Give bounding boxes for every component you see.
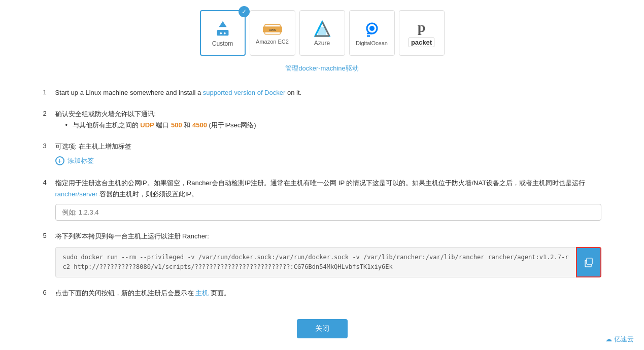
svg-text:AWS: AWS xyxy=(269,28,276,31)
step-1-text-prefix: Start up a Linux machine somewhere and i… xyxy=(55,89,203,96)
svg-marker-1 xyxy=(219,21,226,26)
step-1-content: Start up a Linux machine somewhere and i… xyxy=(55,87,601,98)
tab-amazon-label: Amazon EC2 xyxy=(256,39,289,45)
copy-button[interactable] xyxy=(576,247,601,277)
step-1: 1 Start up a Linux machine somewhere and… xyxy=(43,87,601,98)
script-container: sudo docker run --rm --privileged -v /va… xyxy=(55,247,601,277)
step-4: 4 指定用于注册这台主机的公网IP。如果留空，Rancher会自动检测IP注册。… xyxy=(43,178,601,221)
script-box: sudo docker run --rm --privileged -v /va… xyxy=(55,247,576,277)
footer-logo: ☁ 亿速云 xyxy=(605,335,634,344)
step-2-sub-prefix: 与其他所有主机之间的 xyxy=(73,121,141,129)
step-2-udp: UDP xyxy=(140,121,154,129)
ip-input-field[interactable] xyxy=(55,204,601,221)
svg-rect-18 xyxy=(587,258,592,264)
add-label-text: 添加标签 xyxy=(67,155,94,166)
step-5-number: 5 xyxy=(43,231,55,239)
tab-custom-label: Custom xyxy=(212,40,233,47)
step-2-port4500: 4500 xyxy=(192,121,207,129)
step-2-suffix: (用于IPsec网络) xyxy=(207,121,256,129)
tab-digitalocean[interactable]: DigitalOcean xyxy=(349,10,395,56)
tab-packet-label: packet xyxy=(409,38,434,47)
step-3-number: 3 xyxy=(43,141,55,150)
step-6-content: 点击下面的关闭按钮，新的主机注册后会显示在 主机 页面。 xyxy=(55,288,601,299)
step-5-text: 将下列脚本拷贝到每一台主机上运行以注册 Rancher: xyxy=(55,232,209,240)
step-3-text: 可选项: 在主机上增加标签 xyxy=(55,143,131,150)
svg-point-13 xyxy=(369,26,375,31)
close-button[interactable]: 关闭 xyxy=(297,319,348,338)
add-label-button[interactable]: + 添加标签 xyxy=(55,155,94,166)
step-6-suffix: 页面。 xyxy=(209,289,230,297)
step-1-text-suffix: on it. xyxy=(285,89,301,96)
step-2-port-text: 端口 xyxy=(154,121,171,129)
azure-icon xyxy=(313,20,331,40)
step-2-list: 与其他所有主机之间的 UDP 端口 500 和 4500 (用于IPsec网络) xyxy=(55,120,601,131)
tab-amazon-ec2[interactable]: AWS Amazon EC2 xyxy=(250,10,295,56)
step-2-content: 确认安全组或防火墙允许以下通讯: 与其他所有主机之间的 UDP 端口 500 和… xyxy=(55,109,601,131)
step-1-number: 1 xyxy=(43,87,55,96)
step-5-content: 将下列脚本拷贝到每一台主机上运行以注册 Rancher: sudo docker… xyxy=(55,231,601,277)
steps-container: 1 Start up a Linux machine somewhere and… xyxy=(38,87,606,299)
packet-icon: p xyxy=(418,19,426,36)
step-2-list-item: 与其他所有主机之间的 UDP 端口 500 和 4500 (用于IPsec网络) xyxy=(65,120,601,131)
step-2-and: 和 xyxy=(182,121,192,129)
step-5: 5 将下列脚本拷贝到每一台主机上运行以注册 Rancher: sudo dock… xyxy=(43,231,601,277)
plus-circle-icon: + xyxy=(55,156,64,165)
step-6: 6 点击下面的关闭按钮，新的主机注册后会显示在 主机 页面。 xyxy=(43,288,601,299)
step-2-main-text: 确认安全组或防火墙允许以下通讯: xyxy=(55,110,156,118)
svg-rect-0 xyxy=(217,29,228,35)
svg-point-2 xyxy=(220,32,222,34)
step-3: 3 可选项: 在主机上增加标签 + 添加标签 xyxy=(43,141,601,167)
step-4-text: 指定用于注册这台主机的公网IP。如果留空，Rancher会自动检测IP注册。通常… xyxy=(55,179,586,187)
custom-icon xyxy=(213,19,232,40)
tab-azure[interactable]: Azure xyxy=(299,10,345,56)
tab-azure-label: Azure xyxy=(314,40,330,47)
step-4-number: 4 xyxy=(43,178,55,186)
tab-custom[interactable]: ✓ Custom xyxy=(200,10,246,56)
step-6-number: 6 xyxy=(43,288,55,296)
close-button-row: 关闭 xyxy=(38,319,606,338)
manage-drivers-link[interactable]: 管理docker-machine驱动 xyxy=(285,64,359,72)
step-2-number: 2 xyxy=(43,109,55,117)
step-6-link[interactable]: 主机 xyxy=(195,289,209,297)
tab-digitalocean-label: DigitalOcean xyxy=(356,40,388,46)
step-2-port500: 500 xyxy=(171,121,182,129)
step-2: 2 确认安全组或防火墙允许以下通讯: 与其他所有主机之间的 UDP 端口 500… xyxy=(43,109,601,131)
step-6-prefix: 点击下面的关闭按钮，新的主机注册后会显示在 xyxy=(55,289,196,297)
copy-button-wrapper xyxy=(576,247,601,277)
step-3-content: 可选项: 在主机上增加标签 + 添加标签 xyxy=(55,141,601,167)
aws-icon: AWS xyxy=(263,22,282,39)
tab-packet[interactable]: p packet xyxy=(399,10,445,56)
svg-point-3 xyxy=(223,32,225,34)
copy-icon xyxy=(583,257,594,268)
step-4-content: 指定用于注册这台主机的公网IP。如果留空，Rancher会自动检测IP注册。通常… xyxy=(55,178,601,221)
check-badge: ✓ xyxy=(239,6,250,17)
step-1-link[interactable]: supported version of Docker xyxy=(203,89,286,96)
step-4-suffix: 容器的主机时，则必须设置此IP。 xyxy=(97,190,198,198)
digitalocean-icon xyxy=(363,20,381,40)
step-4-link[interactable]: rancher/server xyxy=(55,190,98,198)
provider-tabs: ✓ Custom AWS Amazon EC2 xyxy=(38,10,606,56)
manage-drivers-section: 管理docker-machine驱动 xyxy=(38,64,606,73)
